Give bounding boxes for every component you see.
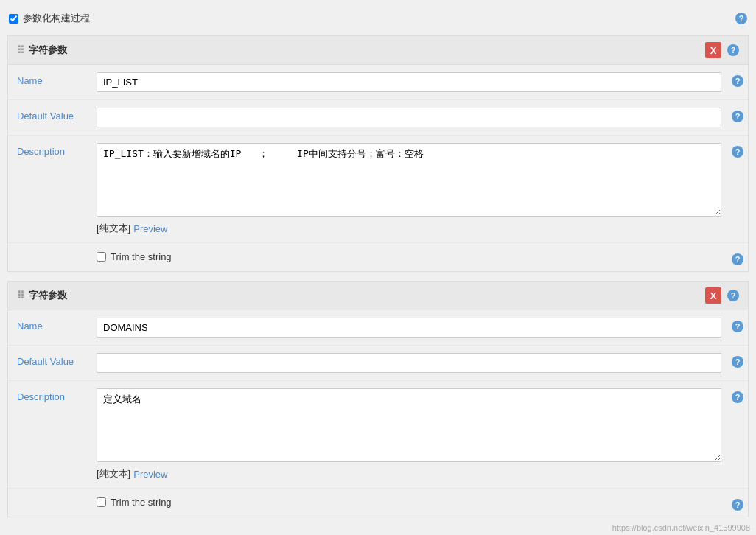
close-button-1[interactable]: X [705, 42, 721, 58]
trim-row-2: Trim the string ? [8, 489, 748, 517]
description-label-2: Description [8, 385, 97, 407]
description-row-2: Description 定义域名 [纯文本] Preview ? [8, 381, 748, 489]
description-input-area-2: 定义域名 [纯文本] Preview [97, 385, 727, 483]
block-2-help-icon[interactable]: ? [727, 290, 739, 301]
param-block-2-header: ⠿ 字符参数 X ? [8, 282, 748, 310]
name-help-icon-1[interactable]: ? [732, 75, 743, 87]
drag-handle-1[interactable]: ⠿ [17, 44, 24, 56]
parameterize-checkbox-area[interactable]: 参数化构建过程 [9, 12, 90, 25]
default-label-1: Default Value [8, 105, 97, 126]
trim-checkbox-2[interactable] [97, 497, 106, 507]
top-help-icon-wrapper: ? [735, 13, 747, 24]
trim-help-icon-2[interactable]: ? [732, 499, 743, 511]
trim-help-2: ? [727, 493, 748, 511]
default-label-2: Default Value [8, 350, 97, 371]
trim-check-area-1: Trim the string [97, 251, 727, 262]
trim-checkbox-1[interactable] [97, 252, 106, 262]
top-header: 参数化构建过程 ? [0, 7, 756, 29]
block-1-help-icon[interactable]: ? [727, 44, 739, 56]
default-input-area-1 [97, 105, 727, 130]
name-row-1: Name ? [8, 65, 748, 100]
param-block-2-title: ⠿ 字符参数 [17, 289, 67, 302]
plain-text-label-2: [纯文本] [97, 467, 130, 480]
trim-help-icon-1[interactable]: ? [732, 253, 743, 265]
description-help-icon-2[interactable]: ? [732, 391, 743, 403]
description-row-1: Description IP_LIST：输入要新增域名的IP ； IP中间支持分… [8, 136, 748, 243]
top-help-icon[interactable]: ? [735, 13, 747, 24]
name-label-2: Name [8, 315, 97, 336]
preview-link-2[interactable]: Preview [133, 469, 167, 480]
default-help-icon-1[interactable]: ? [732, 111, 743, 122]
page-wrapper: 参数化构建过程 ? ⠿ 字符参数 X ? Name [0, 0, 756, 535]
parameterize-label: 参数化构建过程 [23, 12, 90, 25]
param-block-2-title-text: 字符参数 [29, 289, 67, 302]
trim-label-spacer-2 [8, 497, 97, 507]
name-label-1: Name [8, 69, 97, 91]
text-links-1: [纯文本] Preview [97, 222, 721, 235]
default-row-1: Default Value ? [8, 100, 748, 136]
param-block-2-body: Name ? Default Value ? Des [8, 310, 748, 517]
drag-handle-2[interactable]: ⠿ [17, 290, 24, 301]
watermark: https://blog.csdn.net/weixin_41599908 [612, 523, 750, 532]
trim-check-area-2: Trim the string [97, 497, 727, 508]
name-row-2: Name ? [8, 310, 748, 346]
param-block-1-body: Name ? Default Value ? Des [8, 65, 748, 271]
name-help-icon-2[interactable]: ? [732, 321, 743, 332]
description-textarea-1[interactable]: IP_LIST：输入要新增域名的IP ； IP中间支持分号；富号：空格 [97, 143, 721, 217]
description-label-1: Description [8, 140, 97, 161]
param-block-1: ⠿ 字符参数 X ? Name ? Default Value [7, 35, 749, 272]
trim-text-2: Trim the string [111, 497, 172, 508]
param-block-2: ⠿ 字符参数 X ? Name ? Default Value [7, 281, 749, 517]
description-input-area-1: IP_LIST：输入要新增域名的IP ； IP中间支持分号；富号：空格 [纯文本… [97, 140, 727, 238]
name-input-1[interactable] [97, 72, 721, 92]
description-textarea-2[interactable]: 定义域名 [97, 388, 721, 462]
description-help-2: ? [727, 385, 748, 403]
trim-label-spacer-1 [8, 251, 97, 262]
name-input-2[interactable] [97, 318, 721, 338]
text-links-2: [纯文本] Preview [97, 467, 721, 480]
default-input-2[interactable] [97, 353, 721, 373]
description-help-1: ? [727, 140, 748, 158]
trim-row-1: Trim the string ? [8, 243, 748, 271]
name-input-area-1 [97, 69, 727, 95]
param-block-1-title: ⠿ 字符参数 [17, 43, 67, 57]
trim-help-1: ? [727, 248, 748, 265]
parameterize-checkbox[interactable] [9, 14, 18, 24]
default-input-area-2 [97, 350, 727, 376]
default-help-1: ? [727, 105, 748, 122]
preview-link-1[interactable]: Preview [133, 223, 167, 234]
plain-text-label-1: [纯文本] [97, 222, 130, 235]
name-input-area-2 [97, 315, 727, 340]
default-help-2: ? [727, 350, 748, 368]
close-button-2[interactable]: X [705, 287, 721, 304]
trim-text-1: Trim the string [111, 251, 172, 262]
name-help-2: ? [727, 315, 748, 332]
default-row-2: Default Value ? [8, 346, 748, 381]
param-block-1-header: ⠿ 字符参数 X ? [8, 36, 748, 65]
description-help-icon-1[interactable]: ? [732, 146, 743, 158]
name-help-1: ? [727, 69, 748, 87]
default-help-icon-2[interactable]: ? [732, 356, 743, 368]
default-input-1[interactable] [97, 108, 721, 127]
param-block-1-title-text: 字符参数 [29, 43, 67, 57]
